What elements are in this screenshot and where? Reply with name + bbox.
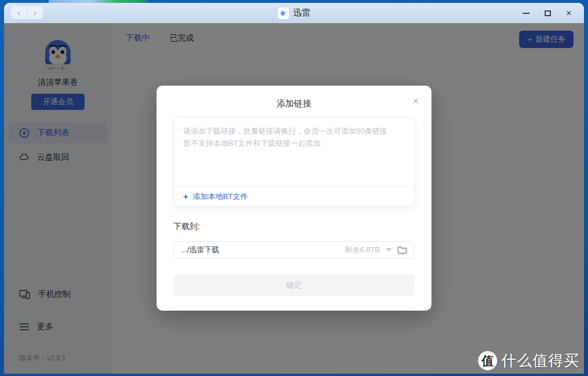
close-dialog-icon[interactable]: × bbox=[413, 96, 419, 106]
add-link-dialog: 添加链接 × 请添加下载链接，批量链接请换行，会员一次可添加50条链接 暂不支持… bbox=[157, 86, 432, 311]
window-title: 迅雷 bbox=[293, 8, 311, 19]
desktop-background: ‹ › 迅雷 × bbox=[0, 0, 588, 376]
forward-button[interactable]: › bbox=[27, 6, 43, 19]
title-center: 迅雷 bbox=[278, 3, 311, 23]
download-to-label: 下载到: bbox=[174, 222, 415, 232]
chevron-down-icon[interactable] bbox=[386, 248, 392, 252]
plus-icon: + bbox=[183, 191, 189, 201]
minimize-button[interactable] bbox=[521, 9, 531, 18]
browse-folder-button[interactable] bbox=[398, 246, 407, 255]
watermark: 值 什么值得买 bbox=[478, 351, 579, 371]
confirm-button[interactable]: 确定 bbox=[174, 274, 415, 296]
link-input-box: 请添加下载链接，批量链接请换行，会员一次可添加50条链接 暂不支持本地BT文件和… bbox=[174, 117, 415, 207]
watermark-text: 什么值得买 bbox=[501, 351, 579, 371]
dialog-title: 添加链接 bbox=[277, 94, 311, 109]
minimize-icon bbox=[523, 13, 530, 14]
back-button[interactable]: ‹ bbox=[11, 6, 27, 19]
download-path-input[interactable]: .../迅雷下载 剩余6.8TB bbox=[174, 241, 415, 259]
nav-buttons: ‹ › bbox=[11, 6, 43, 19]
add-bt-file-label: 添加本地BT文件 bbox=[193, 191, 248, 202]
placeholder-line2: 暂不支持本地BT文件和下载链接一起添加 bbox=[183, 137, 405, 149]
maximize-icon bbox=[545, 10, 551, 16]
folder-icon bbox=[398, 246, 407, 255]
close-window-button[interactable]: × bbox=[564, 9, 574, 18]
placeholder-line1: 请添加下载链接，批量链接请换行，会员一次可添加50条链接 bbox=[183, 125, 405, 137]
add-bt-file-button[interactable]: + 添加本地BT文件 bbox=[174, 186, 414, 206]
path-value: .../迅雷下载 bbox=[181, 245, 339, 255]
titlebar: ‹ › 迅雷 × bbox=[4, 3, 584, 23]
app-body: VIP丨年 清清苹果香 开通会员 下载列表 bbox=[4, 23, 584, 374]
dialog-header: 添加链接 × bbox=[174, 86, 415, 117]
maximize-button[interactable] bbox=[543, 9, 552, 18]
xunlei-logo-icon bbox=[278, 8, 289, 19]
close-window-icon: × bbox=[566, 9, 571, 18]
resize-grip-icon[interactable]: ⋰ bbox=[578, 367, 583, 373]
smzdm-logo-icon: 值 bbox=[478, 351, 497, 370]
window-controls: × bbox=[521, 3, 574, 23]
link-textarea[interactable]: 请添加下载链接，批量链接请换行，会员一次可添加50条链接 暂不支持本地BT文件和… bbox=[174, 117, 414, 186]
app-window: ‹ › 迅雷 × bbox=[4, 3, 584, 374]
space-remaining: 剩余6.8TB bbox=[345, 245, 380, 255]
